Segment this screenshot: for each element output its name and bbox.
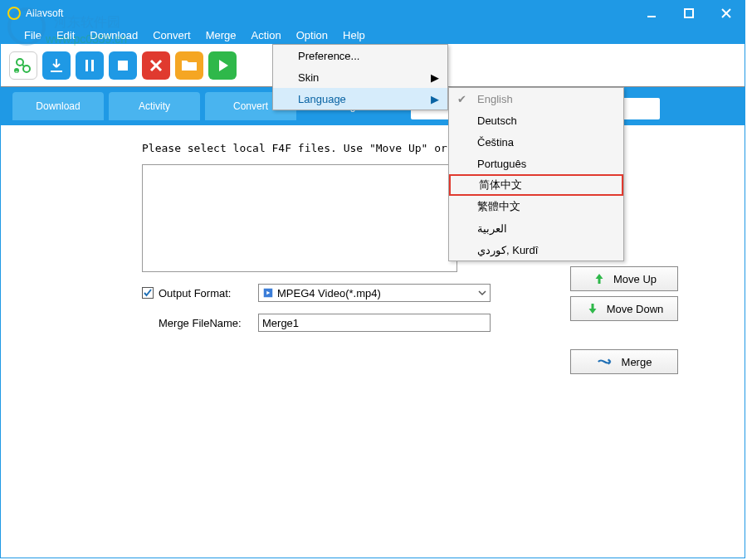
stop-button[interactable] [109, 51, 137, 80]
delete-button[interactable] [142, 51, 170, 80]
title-bar: Allavsoft [1, 1, 745, 26]
window-title: Allavsoft [26, 7, 632, 19]
arrow-up-icon [592, 271, 607, 286]
merge-arrow-icon [597, 355, 615, 368]
merge-panel: Please select local F4F files. Use "Move… [1, 125, 745, 332]
maximize-button[interactable] [670, 1, 707, 26]
svg-point-5 [23, 66, 30, 72]
option-skin[interactable]: Skin▶ [273, 66, 447, 88]
lang-traditional-chinese[interactable]: 繁體中文 [449, 196, 623, 217]
caret-right-icon: ▶ [431, 71, 439, 84]
menu-action[interactable]: Action [251, 29, 281, 41]
svg-rect-10 [85, 60, 88, 71]
svg-rect-12 [118, 61, 128, 71]
lang-kurdish[interactable]: كوردي, Kurdî [449, 239, 623, 261]
move-down-button[interactable]: Move Down [570, 296, 678, 321]
app-window: 河东软件园 www.pc0359.cn Allavsoft File Edit … [0, 0, 745, 558]
output-format-label: Output Format: [159, 287, 258, 299]
svg-rect-11 [91, 60, 94, 71]
merge-filename-input[interactable]: Merge1 [258, 314, 491, 332]
lang-english[interactable]: ✔English [449, 88, 623, 110]
menu-edit[interactable]: Edit [56, 29, 75, 41]
menu-convert[interactable]: Convert [153, 29, 191, 41]
download-button[interactable] [42, 51, 71, 80]
option-language[interactable]: Language▶ [273, 88, 447, 110]
output-format-value: MPEG4 Video(*.mp4) [277, 287, 381, 299]
move-up-label: Move Up [613, 273, 657, 285]
lang-simplified-chinese[interactable]: 简体中文 [449, 174, 623, 196]
caret-right-icon: ▶ [431, 93, 439, 105]
paste-url-button[interactable]: + [9, 51, 37, 80]
tab-download[interactable]: Download [12, 92, 104, 120]
lang-portugues[interactable]: Português [449, 153, 623, 174]
tab-activity[interactable]: Activity [109, 92, 200, 120]
file-list[interactable] [142, 164, 457, 272]
play-button[interactable] [208, 51, 237, 80]
merge-button[interactable]: Merge [570, 349, 678, 374]
move-down-label: Move Down [607, 303, 664, 315]
option-menu: Preference... Skin▶ Language▶ [272, 44, 448, 110]
open-folder-button[interactable] [175, 51, 203, 80]
output-format-checkbox[interactable] [142, 287, 154, 299]
pause-button[interactable] [76, 51, 104, 80]
option-preference[interactable]: Preference... [273, 45, 447, 66]
lang-deutsch[interactable]: Deutsch [449, 110, 623, 131]
close-button[interactable] [707, 1, 745, 26]
language-menu: ✔English Deutsch Čeština Português 简体中文 … [448, 87, 624, 261]
move-up-button[interactable]: Move Up [570, 266, 678, 291]
video-file-icon [262, 287, 274, 299]
chevron-down-icon [478, 289, 486, 297]
svg-rect-1 [685, 9, 693, 17]
svg-text:+: + [15, 69, 18, 74]
menu-download[interactable]: Download [90, 29, 138, 41]
lang-arabic[interactable]: العربية [449, 217, 623, 239]
menu-file[interactable]: File [24, 29, 42, 41]
svg-point-4 [17, 59, 23, 66]
merge-label: Merge [622, 356, 652, 368]
lang-cestina[interactable]: Čeština [449, 131, 623, 153]
menu-option[interactable]: Option [296, 29, 328, 41]
minimize-button[interactable] [632, 1, 670, 26]
output-format-combo[interactable]: MPEG4 Video(*.mp4) [258, 284, 491, 302]
menu-help[interactable]: Help [343, 29, 365, 41]
svg-line-6 [22, 65, 24, 66]
menu-merge[interactable]: Merge [206, 29, 237, 41]
check-icon: ✔ [457, 93, 466, 105]
app-logo-icon [7, 7, 21, 20]
menu-bar: File Edit Download Convert Merge Action … [1, 26, 745, 44]
merge-filename-label: Merge FileName: [159, 317, 258, 329]
instruction-text: Please select local F4F files. Use "Move… [142, 142, 711, 154]
arrow-down-icon [585, 301, 600, 316]
